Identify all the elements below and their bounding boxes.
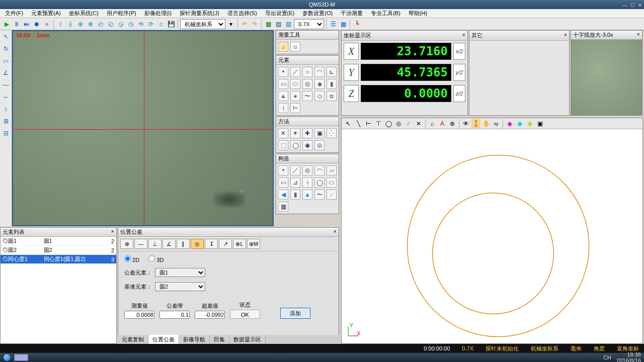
el-datum-icon[interactable]: ⟊ bbox=[278, 103, 288, 113]
coord-y-half-button[interactable]: y/2 bbox=[453, 64, 465, 81]
tool-f-icon[interactable]: ◵ bbox=[106, 20, 115, 29]
vtool-cursor-icon[interactable]: ↖ bbox=[2, 32, 11, 41]
el-ring-icon[interactable]: ◎ bbox=[302, 79, 312, 89]
menu-lang[interactable]: 语言选择(S) bbox=[225, 10, 259, 17]
maximize-icon[interactable]: ☐ bbox=[630, 1, 635, 10]
word-icon[interactable]: ▤ bbox=[274, 20, 283, 29]
over-field[interactable] bbox=[195, 311, 225, 319]
d-circ-icon[interactable]: ◯ bbox=[384, 119, 393, 128]
d-cross-icon[interactable]: ⊕ bbox=[448, 119, 457, 128]
table-row[interactable]: ◎圆1圆12 bbox=[1, 237, 116, 246]
tab-data[interactable]: 数据显示区 bbox=[229, 335, 266, 344]
d-walk-icon[interactable]: 🚶 bbox=[471, 119, 480, 128]
tol-tab-total-icon[interactable]: ↗ bbox=[219, 239, 232, 249]
m-dots-icon[interactable]: ⁛ bbox=[327, 128, 337, 138]
c-an-icon[interactable]: ⊿ bbox=[290, 177, 300, 188]
tol-tab-parallel-icon[interactable]: ∥ bbox=[177, 239, 190, 249]
tool-k-icon[interactable]: ⎌ bbox=[156, 20, 166, 29]
tool-j-icon[interactable]: ⟳ bbox=[146, 20, 155, 29]
tol-tab-sym-icon[interactable]: ⊕M bbox=[247, 239, 260, 249]
tool-i-icon[interactable]: ⟲ bbox=[136, 20, 145, 29]
el-curve-icon[interactable]: 〜 bbox=[302, 91, 312, 101]
tray-lang[interactable]: CH bbox=[603, 354, 611, 360]
c-co-icon[interactable]: ▲ bbox=[302, 190, 312, 200]
excel-icon[interactable]: ▦ bbox=[264, 20, 273, 29]
list-icon[interactable]: ☰ bbox=[329, 20, 338, 29]
d-arc-icon[interactable]: ⟋ bbox=[404, 119, 413, 128]
m-square-icon[interactable]: ▣ bbox=[314, 128, 325, 138]
el-circle-icon[interactable]: ○ bbox=[302, 67, 312, 77]
m-inner-icon[interactable]: ◉ bbox=[302, 140, 312, 150]
menu-export[interactable]: 导出设置(E) bbox=[263, 10, 297, 17]
ffwd-icon[interactable]: » bbox=[42, 20, 51, 29]
el-cyl-icon[interactable]: ▮ bbox=[327, 79, 337, 89]
c-ar-icon[interactable]: ◠ bbox=[314, 165, 325, 175]
c-ar2-icon[interactable]: ◀ bbox=[278, 190, 288, 200]
step-icon[interactable]: ⏭ bbox=[22, 20, 31, 29]
c-pt-icon[interactable]: • bbox=[278, 165, 288, 175]
panel-close-icon[interactable]: × bbox=[334, 228, 337, 236]
mt-auto-icon[interactable]: ⌕ bbox=[278, 42, 288, 52]
video-view[interactable]: 10.0X 1mm + bbox=[12, 30, 274, 226]
d-text-icon[interactable]: A bbox=[438, 119, 447, 128]
d-color2-icon[interactable]: ◉ bbox=[515, 119, 524, 128]
tab-nav[interactable]: 影像导航 bbox=[179, 335, 210, 344]
el-slot-icon[interactable]: ⧈ bbox=[327, 91, 337, 101]
m-sel-icon[interactable]: ⬚ bbox=[278, 140, 288, 150]
vtool-grid2-icon[interactable]: ⊟ bbox=[2, 129, 11, 138]
d-cursor-icon[interactable]: ↖ bbox=[344, 119, 353, 128]
d-eye-icon[interactable]: 👁 bbox=[461, 119, 470, 128]
el-angle-icon[interactable]: ⊾ bbox=[327, 67, 337, 77]
el-dist-icon[interactable]: ⊢ bbox=[290, 103, 300, 113]
pause-icon[interactable]: ⏸ bbox=[12, 20, 21, 29]
tool-b-icon[interactable]: ⟠ bbox=[66, 20, 75, 29]
table-row[interactable]: ◎圆2圆22 bbox=[1, 246, 116, 255]
add-button[interactable]: 添加 bbox=[280, 308, 310, 319]
tool-c-icon[interactable]: ⊕ bbox=[76, 20, 85, 29]
play-icon[interactable]: ▶ bbox=[2, 20, 11, 29]
tol-elem-select[interactable]: 圆1 bbox=[155, 268, 205, 277]
tab-tolerance[interactable]: 位置公差 bbox=[148, 335, 179, 344]
mt-light-icon[interactable]: ☼ bbox=[290, 42, 300, 52]
menu-file[interactable]: 文件(F) bbox=[3, 10, 25, 17]
m-fit-icon[interactable]: ◎ bbox=[314, 140, 325, 150]
panel-close-icon[interactable]: × bbox=[637, 31, 640, 37]
vtool-dist-icon[interactable]: ↔ bbox=[2, 93, 11, 102]
drawing-area[interactable]: ↖ ╲ ⊢ ⊤ ◯ ◎ ⟋ ✕ ⌕ A ⊕ 👁 🚶 ✋ xy ◉ ◉ ◉ ▣ bbox=[341, 118, 643, 344]
menu-coord[interactable]: 坐标系统(C) bbox=[67, 10, 101, 17]
tol-tab-angle-icon[interactable]: ∠ bbox=[163, 239, 176, 249]
menu-preset[interactable]: 元素预置(A) bbox=[29, 10, 63, 17]
tol-tab-circum-icon[interactable]: ⊕L bbox=[233, 239, 246, 249]
undo-icon[interactable]: ↶ bbox=[240, 20, 249, 29]
d-save-icon[interactable]: ▣ bbox=[535, 119, 544, 128]
d-hand-icon[interactable]: ✋ bbox=[481, 119, 491, 128]
close-icon[interactable]: ✕ bbox=[638, 1, 642, 10]
m-plus-icon[interactable]: ✚ bbox=[302, 128, 312, 138]
el-ellipse-icon[interactable]: ⬭ bbox=[290, 79, 300, 89]
c-cr-icon[interactable]: ◎ bbox=[302, 165, 312, 175]
tool-a-icon[interactable]: ⟟ bbox=[56, 20, 65, 29]
el-rect-icon[interactable]: ▭ bbox=[278, 79, 288, 89]
menu-probe[interactable]: 探针测量系统(J) bbox=[178, 10, 221, 17]
tool-h-icon[interactable]: ◷ bbox=[126, 20, 135, 29]
c-cv-icon[interactable]: 〜 bbox=[314, 190, 325, 200]
d-zoom-icon[interactable]: ⌕ bbox=[428, 119, 437, 128]
minimize-icon[interactable]: — bbox=[622, 1, 627, 10]
tol-tab-straight-icon[interactable]: — bbox=[134, 239, 147, 249]
datum-select[interactable]: 圆2 bbox=[155, 282, 205, 291]
menu-params[interactable]: 参数设置(O) bbox=[300, 10, 335, 17]
vtool-rect-icon[interactable]: ▭ bbox=[2, 56, 11, 65]
d-xy-icon[interactable]: xy bbox=[492, 119, 501, 128]
d-t-icon[interactable]: ⊤ bbox=[374, 119, 383, 128]
tab-copy[interactable]: 元素复制 bbox=[118, 335, 148, 344]
record-icon[interactable]: ⏺ bbox=[32, 20, 41, 29]
d-ring-icon[interactable]: ◎ bbox=[394, 119, 403, 128]
el-point-icon[interactable]: • bbox=[278, 67, 288, 77]
vtool-measure-icon[interactable]: ⟊ bbox=[2, 105, 11, 114]
mode-3d-radio[interactable] bbox=[148, 255, 155, 262]
el-diamond-icon[interactable]: ◆ bbox=[314, 79, 325, 89]
coord-x-half-button[interactable]: x/2 bbox=[453, 43, 465, 60]
circle-inner[interactable] bbox=[433, 193, 554, 314]
m-cross-icon[interactable]: ✕ bbox=[278, 128, 288, 138]
panel-close-icon[interactable]: × bbox=[564, 32, 567, 39]
